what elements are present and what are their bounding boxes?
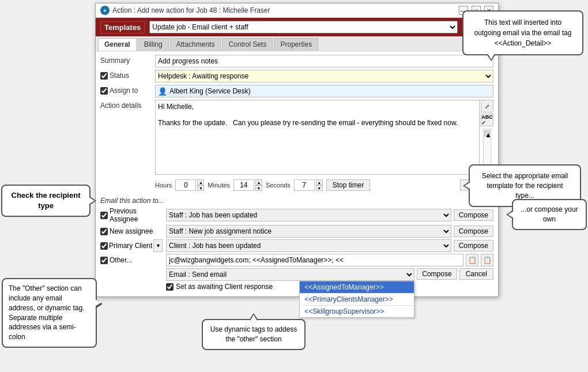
tag-assignedtomanager[interactable]: <<AssignedToManager>> bbox=[300, 281, 414, 294]
template-select[interactable]: Update job - Email client + staff bbox=[149, 21, 458, 33]
stop-timer-button[interactable]: Stop timer bbox=[326, 179, 371, 191]
seconds-input[interactable] bbox=[294, 179, 315, 191]
assign-label: Assign to bbox=[110, 87, 138, 95]
previous-assignee-compose-button[interactable]: Compose bbox=[454, 209, 493, 221]
primary-client-label: Primary Client bbox=[109, 242, 152, 250]
assign-value: Albert King (Service Desk) bbox=[169, 87, 251, 95]
previous-assignee-checkbox[interactable] bbox=[100, 212, 108, 219]
previous-assignee-template-select[interactable]: Staff : Job has been updated bbox=[166, 209, 451, 221]
status-label-wrapper: Status bbox=[100, 70, 155, 80]
seconds-down-btn[interactable]: ▼ bbox=[316, 185, 323, 191]
callout-dynamic: Use dynamic tags to addess the "other" s… bbox=[202, 319, 306, 350]
dialog-window: + Action : Add new action for Job 48 : M… bbox=[95, 3, 499, 297]
status-label: Status bbox=[110, 72, 129, 80]
add-email-icon[interactable]: 📋 bbox=[481, 254, 493, 266]
summary-row: Summary bbox=[100, 55, 493, 67]
new-assignee-label: New assignee bbox=[110, 227, 153, 235]
hours-down-btn[interactable]: ▼ bbox=[197, 185, 204, 191]
email-tag-dropdown: <<AssignedToManager>> <<PrimaryClientsMa… bbox=[299, 281, 414, 318]
minutes-label: Minutes bbox=[208, 182, 230, 189]
assign-label-wrapper: Assign to bbox=[100, 85, 155, 95]
minutes-down-btn[interactable]: ▼ bbox=[255, 185, 262, 191]
other-email-input[interactable] bbox=[166, 254, 463, 266]
seconds-label: Seconds bbox=[266, 182, 291, 189]
new-assignee-template-select[interactable]: Staff : New job assignment notice bbox=[166, 225, 451, 238]
assign-checkbox[interactable] bbox=[100, 87, 108, 95]
primary-client-row: Primary Client ▼ Client : Job has been u… bbox=[100, 239, 493, 252]
hours-label: Hours bbox=[155, 182, 172, 189]
tab-control-sets[interactable]: Control Sets bbox=[222, 38, 273, 51]
spellcheck-icon[interactable]: ABC✓ bbox=[481, 114, 493, 126]
primary-client-checkbox[interactable] bbox=[100, 242, 108, 250]
summary-input[interactable] bbox=[155, 55, 493, 67]
action-details-row: Action details Hi Michelle, Thanks for t… bbox=[100, 100, 493, 175]
other-row: Other... 📋 📋 bbox=[100, 254, 493, 266]
assign-row: Assign to 👤 Albert King (Service Desk) bbox=[100, 85, 493, 97]
callout-compose: ...or compose your own bbox=[512, 199, 587, 230]
form-content: Summary Status Helpdesk : Awaiting respo… bbox=[96, 51, 498, 296]
action-details-label: Action details bbox=[100, 100, 155, 110]
user-icon: 👤 bbox=[158, 87, 167, 96]
status-row: Status Helpdesk : Awaiting response bbox=[100, 70, 493, 82]
summary-label: Summary bbox=[100, 55, 155, 65]
tab-general[interactable]: General bbox=[98, 38, 137, 51]
previous-assignee-row: Previous Assignee Staff : Job has been u… bbox=[100, 207, 493, 223]
callout-other: The "Other" section can include any emai… bbox=[2, 278, 97, 348]
tab-attachments[interactable]: Attachments bbox=[170, 38, 221, 51]
other-checkbox[interactable] bbox=[100, 257, 108, 264]
addressbook-icon[interactable]: 📋 bbox=[466, 254, 478, 266]
scroll-up-icon[interactable]: ▲ bbox=[484, 130, 490, 136]
new-assignee-compose-button[interactable]: Compose bbox=[454, 226, 493, 237]
templates-label: Templates bbox=[100, 21, 145, 33]
hours-up-btn[interactable]: ▲ bbox=[197, 179, 204, 185]
awaiting-label: Set as awaiting Client response bbox=[176, 283, 273, 291]
expand-icon[interactable]: ⤢ bbox=[481, 100, 493, 112]
tab-billing[interactable]: Billing bbox=[138, 38, 169, 51]
status-select[interactable]: Helpdesk : Awaiting response bbox=[155, 70, 493, 82]
templates-bar: Templates Update job - Email client + st… bbox=[96, 18, 498, 36]
callout-recipient: Check the recipient type bbox=[1, 185, 91, 217]
awaiting-checkbox[interactable] bbox=[166, 283, 174, 291]
minutes-up-btn[interactable]: ▲ bbox=[255, 179, 262, 185]
seconds-up-btn[interactable]: ▲ bbox=[316, 179, 323, 185]
assign-field: 👤 Albert King (Service Desk) bbox=[155, 85, 493, 97]
tag-skillgroupsupervisor[interactable]: <<SkillgroupSupervisor>> bbox=[300, 306, 414, 317]
tab-properties[interactable]: Properties bbox=[274, 38, 318, 51]
tag-primaryclientsmanager[interactable]: <<PrimaryClientsManager>> bbox=[300, 294, 414, 306]
hours-input[interactable] bbox=[175, 179, 196, 191]
primary-client-template-select[interactable]: Client : Job has been updated bbox=[166, 239, 451, 252]
action-details-textarea[interactable]: Hi Michelle, Thanks for the update. Can … bbox=[155, 100, 480, 175]
previous-assignee-label: Previous Assignee bbox=[110, 207, 164, 223]
callout-email-tag: This text will inserted into outgoing em… bbox=[462, 10, 583, 55]
time-row: Hours ▲ ▼ Minutes ▲ ▼ Seconds bbox=[155, 177, 493, 193]
email-send-select[interactable]: Email : Send email bbox=[166, 268, 414, 281]
email-section-header: Email this action to... bbox=[100, 197, 493, 205]
new-assignee-checkbox[interactable] bbox=[100, 228, 108, 235]
new-assignee-row: New assignee Staff : New job assignment … bbox=[100, 225, 493, 238]
title-icon: + bbox=[100, 6, 110, 15]
other-label: Other... bbox=[110, 256, 132, 264]
primary-client-compose-button[interactable]: Compose bbox=[454, 240, 493, 251]
other-compose-button[interactable]: Compose bbox=[417, 268, 457, 280]
dialog-title: Action : Add new action for Job 48 : Mic… bbox=[112, 6, 270, 14]
title-bar: + Action : Add new action for Job 48 : M… bbox=[96, 3, 498, 18]
tab-bar: General Billing Attachments Control Sets… bbox=[96, 36, 498, 51]
status-checkbox[interactable] bbox=[100, 72, 108, 80]
minutes-input[interactable] bbox=[233, 179, 254, 191]
primary-client-dropdown-btn[interactable]: ▼ bbox=[153, 239, 163, 252]
cancel-button[interactable]: Cancel bbox=[459, 268, 493, 280]
